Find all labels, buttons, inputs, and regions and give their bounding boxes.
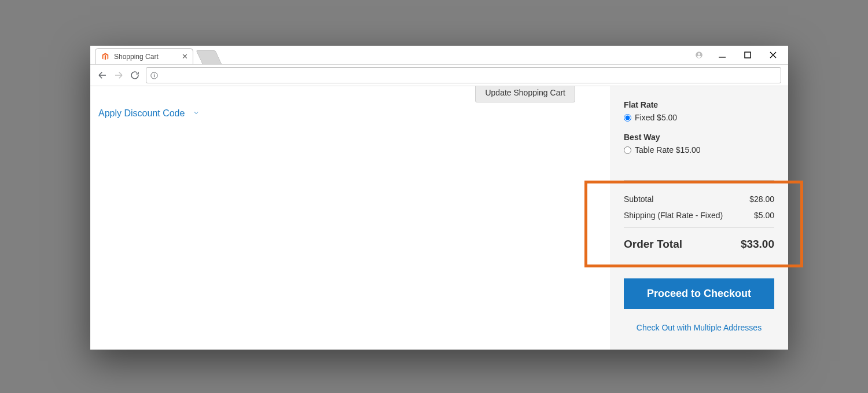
tab-title: Shopping Cart: [114, 53, 177, 61]
browser-toolbar: [90, 64, 788, 86]
update-cart-button[interactable]: Update Shopping Cart: [475, 86, 575, 102]
browser-tab[interactable]: Shopping Cart ✕: [95, 48, 193, 64]
discount-label: Apply Discount Code: [98, 108, 185, 119]
subtotal-row: Subtotal $28.00: [624, 191, 774, 207]
shipping-group-flat: Flat Rate: [624, 100, 774, 109]
shipping-group-bestway: Best Way: [624, 133, 774, 142]
order-total-label: Order Total: [624, 238, 682, 251]
apply-discount-toggle[interactable]: Apply Discount Code: [98, 108, 602, 119]
subtotal-value: $28.00: [749, 194, 774, 204]
maximize-icon[interactable]: [735, 46, 760, 64]
url-input[interactable]: [162, 68, 777, 83]
shipping-option-table[interactable]: [624, 146, 631, 154]
totals-block: Subtotal $28.00 Shipping (Flat Rate - Fi…: [624, 180, 774, 258]
minimize-icon[interactable]: [709, 46, 735, 64]
svg-rect-2: [719, 57, 726, 58]
multiple-addresses-link[interactable]: Check Out with Multiple Addresses: [624, 323, 774, 332]
summary-sidebar: Flat Rate Fixed $5.00 Best Way Table Rat…: [610, 86, 788, 350]
close-icon[interactable]: ✕: [182, 53, 188, 60]
main-column: Update Shopping Cart Apply Discount Code: [90, 86, 610, 350]
shipping-row: Shipping (Flat Rate - Fixed) $5.00: [624, 207, 774, 223]
svg-point-5: [154, 74, 155, 75]
order-total-row: Order Total $33.00: [624, 227, 774, 258]
tab-strip: Shopping Cart ✕: [90, 46, 788, 64]
shipping-option-fixed[interactable]: [624, 114, 631, 122]
svg-rect-3: [745, 52, 751, 58]
new-tab-button[interactable]: [196, 50, 222, 64]
address-bar[interactable]: [146, 67, 781, 83]
svg-point-1: [698, 53, 700, 55]
chevron-down-icon: [193, 108, 200, 119]
proceed-to-checkout-button[interactable]: Proceed to Checkout: [624, 278, 774, 309]
shipping-value: $5.00: [754, 211, 774, 220]
shipping-label: Shipping (Flat Rate - Fixed): [624, 211, 723, 220]
svg-rect-6: [154, 75, 155, 77]
shipping-option-table-label[interactable]: Table Rate $15.00: [635, 145, 701, 155]
subtotal-label: Subtotal: [624, 194, 653, 204]
user-icon[interactable]: [689, 46, 709, 64]
forward-icon: [113, 70, 124, 80]
page-content: Update Shopping Cart Apply Discount Code…: [90, 86, 788, 350]
browser-window: Shopping Cart ✕: [90, 46, 788, 350]
magento-icon: [101, 53, 109, 61]
back-icon[interactable]: [97, 70, 108, 80]
reload-icon[interactable]: [130, 70, 140, 80]
shipping-option-fixed-label[interactable]: Fixed $5.00: [635, 113, 677, 122]
order-total-value: $33.00: [741, 238, 774, 251]
info-icon[interactable]: [150, 71, 159, 80]
window-close-icon[interactable]: [760, 46, 786, 64]
